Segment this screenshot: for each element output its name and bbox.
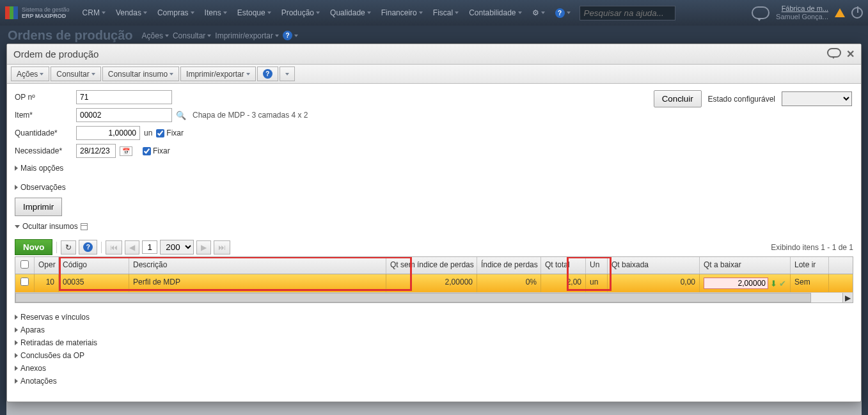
col-qt-total[interactable]: Qt total	[541, 257, 586, 274]
menu-crm[interactable]: CRM	[79, 6, 109, 20]
fixar-data-checkbox[interactable]: Fixar	[143, 146, 170, 155]
item-input[interactable]	[76, 108, 172, 122]
refresh-button[interactable]: ↻	[61, 240, 76, 254]
menu-gear[interactable]: ⚙	[528, 6, 549, 20]
section-aparas[interactable]: Aparas	[15, 324, 853, 336]
menu-compras[interactable]: Compras	[154, 6, 198, 20]
qtd-input[interactable]	[76, 126, 140, 140]
modal-chat-icon[interactable]	[827, 48, 841, 58]
section-anotacoes[interactable]: Anotações	[15, 375, 853, 388]
next-page-button[interactable]: ▶	[196, 240, 211, 254]
necessidade-label: Necessidade*	[15, 146, 72, 155]
mais-opcoes-toggle[interactable]: Mais opções	[15, 162, 853, 175]
calendar-icon[interactable]: 📅	[120, 146, 132, 156]
help-search-input[interactable]	[580, 6, 675, 20]
help-search[interactable]	[580, 6, 675, 20]
tb-imprimir-exportar[interactable]: Imprimir/exportar	[180, 67, 256, 81]
menu-qualidade[interactable]: Qualidade	[326, 6, 375, 20]
tb-consultar[interactable]: Consultar	[51, 67, 100, 81]
cell-descricao: Perfil de MDP	[129, 274, 386, 292]
col-lote[interactable]: Lote ir	[791, 257, 829, 274]
page-action-consultar[interactable]: Consultar	[173, 31, 211, 40]
novo-button[interactable]: Novo	[15, 239, 52, 255]
horizontal-scrollbar[interactable]: ▶	[15, 292, 853, 302]
tb-acoes[interactable]: Ações	[11, 67, 49, 81]
col-un[interactable]: Un	[586, 257, 608, 274]
col-oper[interactable]: Oper	[35, 257, 59, 274]
tb-help[interactable]: ?	[257, 67, 278, 81]
ocultar-insumos-toggle[interactable]: Ocultar insumos	[15, 220, 853, 233]
cell-oper: 10	[35, 274, 59, 292]
imprimir-button[interactable]: Imprimir	[15, 198, 62, 216]
arrow-down-icon[interactable]: ⬇	[770, 279, 777, 288]
op-input[interactable]	[76, 90, 172, 104]
menu-estoque[interactable]: Estoque	[233, 6, 275, 20]
page-action-imprimir[interactable]: Imprimir/exportar	[215, 31, 279, 40]
user-info: Fábrica de m... Samuel Gonça...	[776, 4, 828, 21]
tb-consultar-insumo[interactable]: Consultar insumo	[102, 67, 179, 81]
grid-row[interactable]: 10 00035 Perfil de MDP 2,00000 0% 2,00 u…	[15, 274, 853, 292]
item-description: Chapa de MDP - 3 camadas 4 x 2	[193, 111, 308, 120]
check-icon[interactable]: ✔	[779, 279, 786, 288]
necessidade-input[interactable]	[76, 144, 116, 158]
col-indice[interactable]: Índice de perdas	[477, 257, 541, 274]
modal-ordem-producao: Ordem de produção ✕ Ações Consultar Cons…	[6, 43, 862, 402]
brand: Sistema de gestãoERP MAXIPROD	[22, 6, 70, 19]
logo	[5, 6, 18, 19]
observacoes-toggle[interactable]: Observações	[15, 181, 853, 194]
col-qt-sem[interactable]: Qt sem índice de perdas	[386, 257, 477, 274]
menu-vendas[interactable]: Vendas	[112, 6, 151, 20]
caret-icon	[102, 12, 106, 14]
section-conclusoes[interactable]: Conclusões da OP	[15, 349, 853, 362]
concluir-button[interactable]: Concluir	[654, 90, 702, 107]
section-retiradas[interactable]: Retiradas de materiais	[15, 336, 853, 349]
close-icon[interactable]: ✕	[846, 48, 855, 60]
first-page-button[interactable]: ⏮	[106, 240, 122, 254]
grid-info: Exibindo itens 1 - 1 de 1	[771, 243, 853, 252]
estado-label: Estado configurável	[708, 95, 775, 104]
col-qt-a-baixar[interactable]: Qt a baixar	[700, 257, 791, 274]
col-codigo[interactable]: Código	[59, 257, 129, 274]
page-size-select[interactable]: 200	[160, 240, 194, 254]
layout-icon[interactable]	[81, 223, 88, 230]
cell-lote: Sem	[791, 274, 829, 292]
section-anexos[interactable]: Anexos	[15, 362, 853, 375]
cell-qt-total: 2,00	[541, 274, 586, 292]
cell-qt-sem: 2,00000	[386, 274, 477, 292]
col-descricao[interactable]: Descrição	[129, 257, 386, 274]
row-checkbox[interactable]	[20, 278, 29, 286]
tb-more[interactable]	[280, 67, 295, 81]
menu-producao[interactable]: Produção	[278, 6, 324, 20]
grid-help-button[interactable]: ?	[79, 240, 97, 254]
item-label: Item*	[15, 111, 72, 120]
prev-page-button[interactable]: ◀	[125, 240, 139, 254]
menu-financeiro[interactable]: Financeiro	[377, 6, 427, 20]
page-input[interactable]	[142, 240, 157, 254]
cell-un: un	[586, 274, 608, 292]
cell-codigo: 00035	[59, 274, 129, 292]
page-action-help[interactable]: ?	[283, 31, 298, 40]
page-title: Ordens de produção	[8, 28, 133, 43]
power-icon[interactable]	[851, 7, 863, 19]
warning-icon[interactable]	[835, 8, 845, 17]
select-all-checkbox[interactable]	[20, 260, 29, 269]
col-qt-baixada[interactable]: Qt baixada	[608, 257, 700, 274]
estado-select[interactable]	[782, 91, 852, 106]
cell-qt-baixada: 0,00	[608, 274, 700, 292]
last-page-button[interactable]: ⏭	[214, 240, 230, 254]
cell-qt-a-baixar[interactable]: ⬇ ✔	[700, 274, 791, 292]
fixar-qtd-checkbox[interactable]: Fixar	[156, 129, 184, 137]
company-link[interactable]: Fábrica de m...	[782, 4, 828, 12]
section-reservas[interactable]: Reservas e vínculos	[15, 311, 853, 324]
menu-contabilidade[interactable]: Contabilidade	[465, 6, 525, 20]
grid-header: Oper Código Descrição Qt sem índice de p…	[15, 257, 853, 274]
op-label: OP nº	[15, 93, 72, 102]
item-search-icon[interactable]: 🔍	[176, 111, 186, 120]
menu-fiscal[interactable]: Fiscal	[429, 6, 462, 20]
menu-help[interactable]: ?	[551, 6, 574, 20]
chat-icon[interactable]	[752, 6, 769, 19]
page-action-acoes[interactable]: Ações	[142, 31, 169, 40]
qtd-label: Quantidade*	[15, 129, 72, 137]
qt-a-baixar-input[interactable]	[704, 278, 768, 289]
menu-itens[interactable]: Itens	[201, 6, 231, 20]
